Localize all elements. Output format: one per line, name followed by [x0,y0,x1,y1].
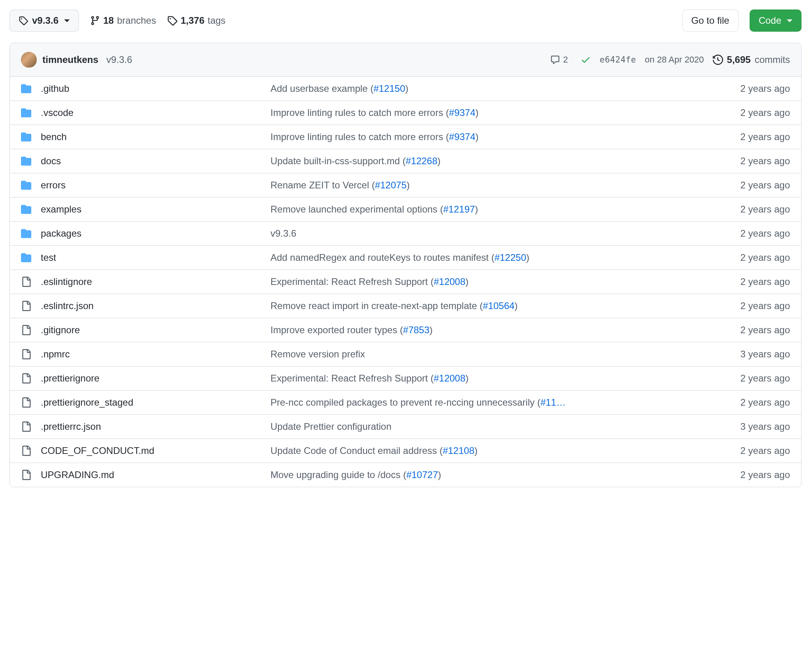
file-row: .vscodeImprove linting rules to catch mo… [10,101,801,125]
commit-message-cell[interactable]: Remove launched experimental options (#1… [270,204,726,215]
comment-icon [550,55,560,65]
pr-link[interactable]: #12268 [406,156,437,166]
pr-link[interactable]: #7853 [403,325,430,335]
commit-time: 2 years ago [741,204,790,215]
commit-message-tail: ) [407,180,410,190]
commit-time: 2 years ago [741,276,790,287]
commit-message-cell[interactable]: Experimental: React Refresh Support (#12… [270,276,726,287]
avatar[interactable] [21,52,37,68]
commit-message-cell[interactable]: Add namedRegex and routeKeys to routes m… [270,252,726,263]
commit-comments-link[interactable]: 2 [546,53,572,66]
file-name-link[interactable]: docs [41,156,61,166]
commit-summary-bar: timneutkens v9.3.6 2 e6424fe on 28 Apr 2… [10,43,801,77]
directory-icon [21,108,33,118]
file-name-link[interactable]: .github [41,83,69,94]
pr-link[interactable]: #12197 [443,204,475,215]
commit-sha-link[interactable]: e6424fe [600,55,636,65]
file-row: .prettierignoreExperimental: React Refre… [10,366,801,391]
branch-icon [90,15,100,26]
tags-label: tags [208,15,225,26]
file-icon [21,325,33,335]
file-row: .githubAdd userbase example (#12150)2 ye… [10,77,801,101]
file-name-link[interactable]: bench [41,131,67,142]
file-name-link[interactable]: .eslintignore [41,276,92,287]
file-name-link[interactable]: .eslintrc.json [41,300,93,311]
file-row: .eslintignoreExperimental: React Refresh… [10,270,801,294]
file-name-link[interactable]: .prettierignore_staged [41,397,133,408]
pr-link[interactable]: #12008 [434,276,465,287]
branches-link[interactable]: 18 branches [90,15,156,26]
commit-time: 3 years ago [741,349,790,360]
pr-link[interactable]: #12108 [443,445,474,456]
pr-link[interactable]: #12008 [434,373,465,383]
code-button[interactable]: Code [750,9,801,32]
commit-message-link[interactable]: v9.3.6 [106,54,132,65]
pr-link[interactable]: #9374 [449,131,476,142]
file-name-link[interactable]: .gitignore [41,325,80,335]
file-name-link[interactable]: test [41,252,56,263]
commit-time: 2 years ago [741,252,790,263]
file-name-link[interactable]: errors [41,180,66,190]
file-name-link[interactable]: .prettierrc.json [41,421,101,432]
commit-time: 2 years ago [741,156,790,167]
commit-time: 2 years ago [741,228,790,239]
commits-count: 5,695 [727,54,751,65]
code-label: Code [759,14,781,27]
commit-message-cell[interactable]: Remove react import in create-next-app t… [270,300,726,311]
commit-message-cell[interactable]: Remove version prefix [270,349,726,360]
file-name-link[interactable]: .npmrc [41,349,70,359]
commit-message-text: Improve exported router types ( [270,325,403,335]
commit-message-cell[interactable]: Improve exported router types (#7853) [270,325,726,336]
directory-icon [21,156,33,166]
commits-history-link[interactable]: 5,695 commits [713,54,790,65]
file-name-link[interactable]: .vscode [41,107,74,118]
commit-message-text: v9.3.6 [270,228,296,239]
goto-file-label: Go to file [691,14,729,27]
commit-message-cell[interactable]: Rename ZEIT to Vercel (#12075) [270,180,726,191]
file-name-link[interactable]: packages [41,228,82,239]
commit-message-cell[interactable]: Move upgrading guide to /docs (#10727) [270,469,726,480]
commit-time: 2 years ago [741,325,790,336]
commit-time: 2 years ago [741,83,790,94]
commit-message-cell[interactable]: Update built-in-css-support.md (#12268) [270,156,726,167]
commit-message-cell[interactable]: v9.3.6 [270,228,726,239]
pr-link[interactable]: #11… [541,397,566,408]
commit-message-text: Add namedRegex and routeKeys to routes m… [270,252,495,263]
tags-link[interactable]: 1,376 tags [167,15,225,26]
commit-message-cell[interactable]: Improve linting rules to catch more erro… [270,107,726,118]
commit-message-cell[interactable]: Improve linting rules to catch more erro… [270,131,726,142]
commit-message-text: Experimental: React Refresh Support ( [270,276,434,287]
commit-message-text: Move upgrading guide to /docs ( [270,469,406,480]
status-check[interactable] [581,54,591,65]
commit-message-cell[interactable]: Experimental: React Refresh Support (#12… [270,373,726,384]
file-icon [21,301,33,311]
file-name-link[interactable]: .prettierignore [41,373,99,383]
file-name-link[interactable]: examples [41,204,82,215]
branches-count: 18 [103,15,114,26]
commit-time: 2 years ago [741,373,790,384]
tag-icon [19,16,28,25]
file-row: packagesv9.3.62 years ago [10,222,801,246]
pr-link[interactable]: #10727 [406,469,438,480]
goto-file-button[interactable]: Go to file [682,9,739,32]
file-listing-box: timneutkens v9.3.6 2 e6424fe on 28 Apr 2… [10,43,801,487]
commit-message-cell[interactable]: Pre-ncc compiled packages to prevent re-… [270,397,726,408]
file-name-link[interactable]: CODE_OF_CONDUCT.md [41,445,154,456]
directory-icon [21,84,33,94]
commit-message-cell[interactable]: Update Prettier configuration [270,421,726,432]
file-row: .eslintrc.jsonRemove react import in cre… [10,294,801,318]
commit-message-text: Add userbase example ( [270,83,373,94]
commit-time: 3 years ago [741,421,790,432]
ref-selector-button[interactable]: v9.3.6 [10,9,79,32]
pr-link[interactable]: #12075 [375,180,407,190]
commit-message-cell[interactable]: Add userbase example (#12150) [270,83,726,94]
commit-message-text: Update Code of Conduct email address ( [270,445,443,456]
pr-link[interactable]: #10564 [483,300,514,311]
file-name-link[interactable]: UPGRADING.md [41,469,114,480]
commit-message-cell[interactable]: Update Code of Conduct email address (#1… [270,445,726,456]
pr-link[interactable]: #9374 [449,107,476,118]
commit-author-link[interactable]: timneutkens [42,54,98,65]
commit-message-text: Pre-ncc compiled packages to prevent re-… [270,397,541,408]
pr-link[interactable]: #12150 [373,83,405,94]
pr-link[interactable]: #12250 [495,252,526,263]
